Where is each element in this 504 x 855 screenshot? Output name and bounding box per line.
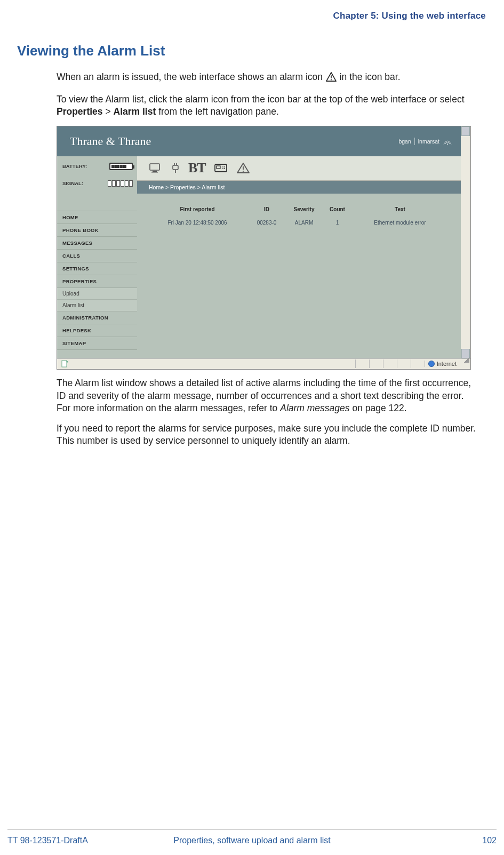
nav-settings[interactable]: SETTINGS — [57, 262, 137, 275]
scroll-up-button[interactable] — [461, 126, 470, 136]
web-interface-screenshot: Thrane & Thrane bgan inmarsat — [57, 126, 471, 370]
signal-label: SIGNAL: — [62, 180, 83, 186]
scrollbar-vertical[interactable] — [461, 126, 470, 358]
p3-a: The Alarm list window shows a detailed l… — [57, 378, 471, 413]
sidebar: BATTERY: SIGNAL: HOME PHONE BOOK MESS — [57, 156, 137, 358]
nav-phonebook[interactable]: PHONE BOOK — [57, 224, 137, 237]
paragraph-1: When an alarm is issued, the web interfa… — [57, 71, 478, 86]
nav-helpdesk[interactable]: HELPDESK — [57, 324, 137, 337]
svg-point-12 — [222, 166, 223, 167]
p1-b: in the icon bar. — [340, 71, 401, 82]
security-zone: Internet — [425, 361, 462, 367]
ie-page-icon — [59, 359, 71, 368]
nav-messages[interactable]: MESSAGES — [57, 237, 137, 250]
th-text: Text — [352, 206, 448, 212]
td-first-reported: Fri Jan 20 12:48:50 2006 — [147, 220, 248, 226]
svg-point-14 — [222, 168, 223, 169]
p3-ref: Alarm messages — [280, 403, 349, 413]
p2-alarmlist: Alarm list — [114, 106, 156, 117]
svg-point-13 — [224, 166, 225, 167]
signal-icon — [108, 180, 133, 187]
nav-sitemap[interactable]: SITEMAP — [57, 337, 137, 350]
paragraph-4: If you need to report the alarms for ser… — [57, 422, 478, 448]
svg-point-17 — [243, 171, 244, 172]
plug-icon[interactable] — [170, 162, 181, 174]
nav-home[interactable]: HOME — [57, 211, 137, 224]
th-count: Count — [323, 206, 352, 212]
nav-calls[interactable]: CALLS — [57, 250, 137, 262]
p2-b: from the left navigation pane. — [156, 106, 279, 117]
svg-rect-11 — [217, 166, 220, 169]
nav-sub-upload[interactable]: Upload — [57, 288, 137, 300]
svg-rect-5 — [151, 172, 158, 173]
svg-rect-6 — [173, 165, 178, 170]
nav-administration[interactable]: ADMINISTRATION — [57, 311, 137, 324]
alarm-table-header: First reported ID Severity Count Text — [147, 203, 451, 220]
alarm-icon — [325, 71, 337, 86]
logo-bgan: bgan — [398, 138, 411, 145]
chapter-heading: Chapter 5: Using the web interface — [17, 11, 487, 21]
p1-a: When an alarm is issued, the web interfa… — [57, 71, 325, 82]
browser-statusbar: Internet — [57, 358, 470, 369]
footer-center: Properties, software upload and alarm li… — [7, 836, 497, 845]
td-count: 1 — [323, 220, 352, 226]
globe-icon — [428, 361, 435, 367]
breadcrumb: Home > Properties > Alarm list — [137, 181, 461, 194]
battery-icon — [109, 163, 133, 170]
nav-properties[interactable]: PROPERTIES — [57, 275, 137, 288]
paragraph-2: To view the Alarm list, click the alarm … — [57, 93, 478, 118]
td-severity: ALARM — [285, 220, 323, 226]
phone-icon[interactable] — [213, 162, 228, 174]
zone-label: Internet — [437, 361, 457, 367]
partner-logos: bgan inmarsat — [398, 138, 452, 145]
page-footer: TT 98-123571-DraftA Properties, software… — [7, 836, 497, 845]
svg-rect-18 — [62, 361, 67, 367]
svg-point-2 — [447, 143, 448, 145]
p2-a: To view the Alarm list, click the alarm … — [57, 94, 465, 105]
app-header: Thrane & Thrane bgan inmarsat — [57, 126, 461, 156]
section-title: Viewing the Alarm List — [17, 43, 487, 59]
th-severity: Severity — [285, 206, 323, 212]
paragraph-3: The Alarm list window shows a detailed l… — [57, 377, 478, 415]
svg-rect-4 — [153, 171, 157, 172]
bt-icon[interactable]: BT — [188, 160, 206, 176]
scroll-down-button[interactable] — [461, 349, 470, 358]
alarm-icon-bar[interactable] — [236, 162, 251, 174]
svg-point-1 — [331, 79, 332, 80]
computer-icon[interactable] — [149, 162, 163, 174]
satellite-icon — [443, 138, 452, 145]
brand-logo: Thrane & Thrane — [70, 134, 151, 148]
battery-label: BATTERY: — [62, 163, 87, 169]
icon-bar: BT — [137, 156, 461, 181]
p3-b: on page 122. — [350, 403, 407, 413]
th-id: ID — [248, 206, 285, 212]
th-first-reported: First reported — [147, 206, 248, 212]
logo-inmarsat: inmarsat — [418, 138, 439, 145]
nav-sub-alarmlist[interactable]: Alarm list — [57, 300, 137, 311]
alarm-table-row: Fri Jan 20 12:48:50 2006 00283-0 ALARM 1… — [147, 220, 451, 226]
p2-gt: > — [103, 106, 114, 117]
footer-rule — [7, 829, 497, 829]
p2-properties: Properties — [57, 106, 103, 117]
svg-point-15 — [224, 168, 225, 169]
svg-rect-3 — [150, 164, 159, 170]
td-text: Ethernet module error — [352, 220, 448, 226]
td-id: 00283-0 — [248, 220, 285, 226]
